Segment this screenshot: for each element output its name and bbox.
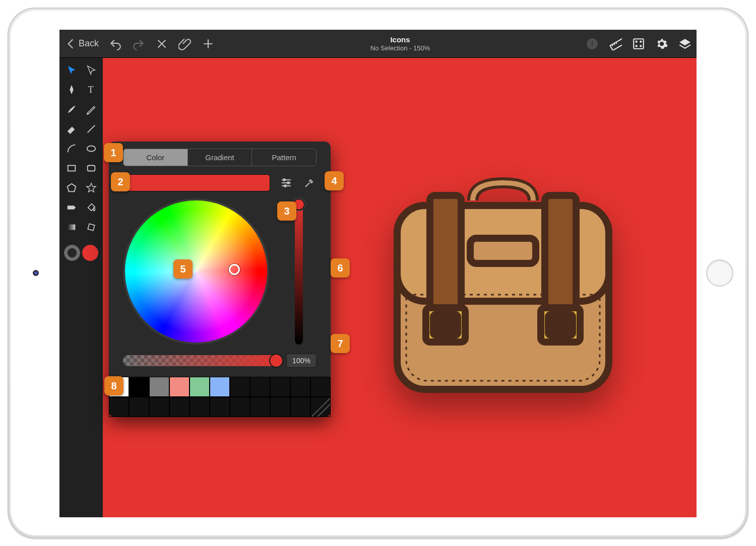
svg-point-27: [283, 179, 285, 181]
tool-pencil[interactable]: [82, 100, 100, 118]
swatch[interactable]: [149, 377, 169, 397]
tool-roundrect[interactable]: [82, 159, 100, 177]
redo-icon[interactable]: [132, 37, 145, 50]
layers-icon[interactable]: [678, 37, 691, 50]
tool-ellipse[interactable]: [82, 140, 100, 157]
svg-rect-26: [557, 315, 563, 335]
grid-icon[interactable]: [632, 37, 645, 50]
tool-rect[interactable]: [62, 159, 80, 177]
callout-8: 8: [104, 376, 123, 395]
tool-arc[interactable]: [62, 140, 80, 157]
ipad-frame: Back: [8, 8, 748, 538]
color-wheel-indicator[interactable]: [229, 264, 240, 275]
eyedropper-icon[interactable]: [302, 176, 317, 190]
svg-text:T: T: [88, 85, 93, 95]
swatch[interactable]: [169, 377, 190, 397]
tool-polygon[interactable]: [62, 179, 80, 196]
svg-marker-12: [67, 183, 76, 191]
ruler-icon[interactable]: [609, 37, 622, 50]
chevron-left-icon: [65, 37, 78, 50]
document-subtitle: No Selection - 150%: [215, 44, 586, 52]
fill-swatch[interactable]: [82, 245, 98, 261]
app-screen: Back: [59, 30, 697, 517]
canvas[interactable]: T: [59, 58, 697, 517]
info-icon[interactable]: i: [586, 37, 599, 50]
fill-type-segmented: Color Gradient Pattern: [123, 149, 317, 166]
swatch[interactable]: [190, 377, 210, 397]
tab-gradient[interactable]: Gradient: [187, 149, 252, 166]
swatch-palette: [109, 377, 331, 417]
tool-star[interactable]: [82, 179, 100, 196]
ipad-home-button[interactable]: [706, 259, 733, 287]
svg-point-5: [640, 40, 642, 42]
opacity-value[interactable]: 100%: [286, 354, 317, 368]
color-wheel[interactable]: [123, 198, 269, 345]
swatch[interactable]: [129, 377, 149, 397]
ipad-camera: [33, 270, 39, 276]
tool-line[interactable]: [82, 120, 100, 138]
tool-pen[interactable]: [62, 81, 80, 98]
tool-gradient[interactable]: [62, 218, 80, 236]
svg-rect-10: [68, 165, 75, 171]
swatch[interactable]: [210, 377, 230, 397]
resize-handle-icon[interactable]: [310, 397, 331, 417]
tool-transform[interactable]: [82, 218, 100, 236]
tool-direct-select[interactable]: [82, 61, 100, 79]
document-title: Icons: [215, 35, 586, 44]
svg-text:i: i: [591, 39, 594, 48]
close-icon[interactable]: [155, 37, 168, 50]
gear-icon[interactable]: [655, 37, 668, 50]
opacity-knob[interactable]: [269, 354, 283, 368]
svg-rect-14: [68, 224, 75, 230]
tool-select[interactable]: [62, 61, 80, 79]
svg-point-28: [287, 182, 289, 184]
brightness-slider[interactable]: [295, 201, 303, 345]
callout-7: 7: [331, 334, 350, 353]
back-label: Back: [79, 38, 99, 49]
opacity-slider[interactable]: [123, 355, 281, 366]
back-button[interactable]: Back: [65, 37, 99, 50]
callout-1: 1: [104, 143, 123, 162]
briefcase-artwork: [372, 158, 634, 420]
tab-color[interactable]: Color: [123, 149, 187, 166]
topbar: Back: [59, 30, 697, 58]
callout-4: 4: [325, 171, 344, 190]
svg-rect-3: [634, 39, 644, 49]
svg-point-29: [284, 185, 286, 187]
svg-point-7: [640, 45, 642, 47]
tool-text[interactable]: T: [82, 81, 100, 98]
sliders-icon[interactable]: [279, 176, 293, 190]
tool-knife[interactable]: [62, 198, 80, 216]
tab-pattern[interactable]: Pattern: [251, 149, 316, 166]
svg-rect-18: [470, 238, 536, 263]
tool-bucket[interactable]: [82, 198, 100, 216]
add-icon[interactable]: [202, 37, 215, 50]
callout-6: 6: [331, 258, 350, 278]
callout-3: 3: [277, 201, 296, 221]
svg-rect-2: [610, 38, 622, 50]
svg-point-9: [87, 146, 95, 151]
svg-point-6: [636, 45, 638, 47]
svg-rect-23: [443, 315, 449, 335]
attachment-icon[interactable]: [178, 37, 192, 50]
tool-eraser[interactable]: [62, 120, 80, 138]
callout-5: 5: [173, 259, 193, 279]
svg-rect-11: [87, 165, 95, 171]
tool-brush[interactable]: [62, 100, 80, 118]
stroke-swatch[interactable]: [64, 245, 80, 261]
tool-sidebar: T: [59, 58, 103, 517]
current-color-swatch[interactable]: [123, 174, 270, 191]
color-panel: Color Gradient Pattern: [109, 142, 331, 417]
svg-point-4: [636, 40, 638, 42]
svg-marker-13: [86, 183, 95, 191]
undo-icon[interactable]: [109, 37, 122, 50]
callout-2: 2: [111, 172, 130, 191]
